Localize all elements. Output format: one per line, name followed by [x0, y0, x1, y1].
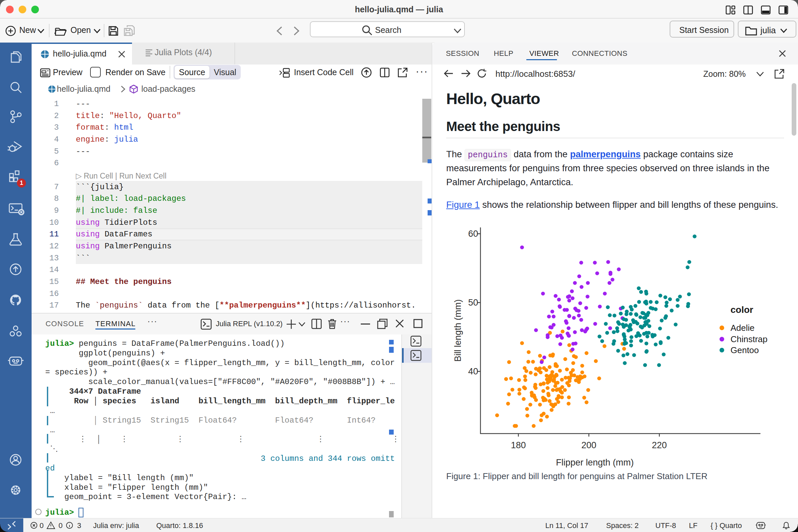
- svg-text:40: 40: [468, 366, 478, 376]
- svg-text:Adelie: Adelie: [730, 323, 755, 333]
- svg-text:color: color: [730, 305, 754, 315]
- svg-text:180: 180: [511, 440, 526, 450]
- svg-text:200: 200: [581, 440, 596, 450]
- svg-text:Flipper length (mm): Flipper length (mm): [556, 457, 634, 468]
- svg-text:60: 60: [468, 229, 478, 239]
- svg-text:Gentoo: Gentoo: [730, 345, 759, 355]
- svg-text:220: 220: [652, 440, 667, 450]
- svg-text:Bill length (mm): Bill length (mm): [453, 299, 463, 362]
- svg-text:50: 50: [468, 298, 478, 307]
- svg-text:Chinstrap: Chinstrap: [730, 334, 767, 344]
